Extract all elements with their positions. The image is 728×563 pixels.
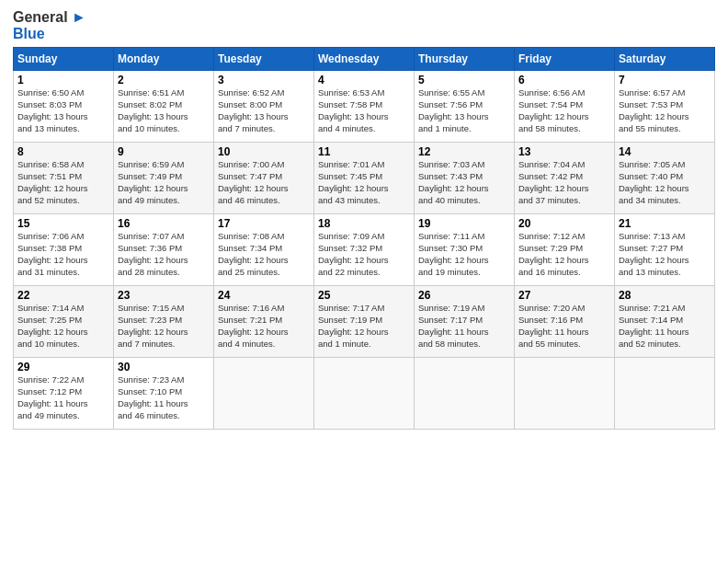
day-number: 14 (619, 145, 711, 158)
day-cell: 22Sunrise: 7:14 AM Sunset: 7:25 PM Dayli… (14, 286, 114, 358)
logo-text: General ► Blue (13, 9, 86, 41)
day-info: Sunrise: 6:58 AM Sunset: 7:51 PM Dayligh… (17, 159, 109, 206)
day-info: Sunrise: 7:05 AM Sunset: 7:40 PM Dayligh… (619, 159, 711, 206)
day-number: 2 (118, 74, 210, 86)
day-number: 26 (418, 289, 510, 302)
day-cell: 5Sunrise: 6:55 AM Sunset: 7:56 PM Daylig… (415, 71, 515, 143)
day-info: Sunrise: 7:01 AM Sunset: 7:45 PM Dayligh… (318, 159, 410, 206)
day-info: Sunrise: 7:12 AM Sunset: 7:29 PM Dayligh… (518, 231, 610, 278)
day-info: Sunrise: 7:21 AM Sunset: 7:14 PM Dayligh… (619, 303, 711, 350)
day-cell: 13Sunrise: 7:04 AM Sunset: 7:42 PM Dayli… (515, 143, 615, 214)
day-cell: 23Sunrise: 7:15 AM Sunset: 7:23 PM Dayli… (114, 286, 214, 358)
day-cell: 6Sunrise: 6:56 AM Sunset: 7:54 PM Daylig… (515, 71, 615, 143)
logo: General ► Blue (13, 9, 86, 41)
day-number: 13 (518, 145, 610, 158)
day-header-sunday: Sunday (14, 48, 114, 71)
day-number: 20 (518, 217, 610, 230)
day-cell: 18Sunrise: 7:09 AM Sunset: 7:32 PM Dayli… (314, 214, 415, 286)
day-info: Sunrise: 7:15 AM Sunset: 7:23 PM Dayligh… (118, 303, 210, 350)
day-header-wednesday: Wednesday (314, 48, 415, 71)
day-cell: 9Sunrise: 6:59 AM Sunset: 7:49 PM Daylig… (114, 143, 214, 214)
day-cell: 20Sunrise: 7:12 AM Sunset: 7:29 PM Dayli… (515, 214, 615, 286)
day-cell (515, 358, 615, 430)
day-header-monday: Monday (114, 48, 214, 71)
day-number: 16 (118, 217, 210, 230)
day-cell: 19Sunrise: 7:11 AM Sunset: 7:30 PM Dayli… (415, 214, 515, 286)
day-cell: 16Sunrise: 7:07 AM Sunset: 7:36 PM Dayli… (114, 214, 214, 286)
day-info: Sunrise: 7:22 AM Sunset: 7:12 PM Dayligh… (17, 374, 109, 421)
day-number: 18 (318, 217, 410, 230)
day-number: 12 (418, 145, 510, 158)
day-info: Sunrise: 6:51 AM Sunset: 8:02 PM Dayligh… (118, 87, 210, 134)
day-info: Sunrise: 7:04 AM Sunset: 7:42 PM Dayligh… (518, 159, 610, 206)
day-info: Sunrise: 7:13 AM Sunset: 7:27 PM Dayligh… (619, 231, 711, 278)
day-number: 27 (518, 289, 610, 302)
calendar-container: General ► Blue SundayMondayTuesdayWednes… (0, 0, 728, 439)
day-number: 7 (619, 74, 711, 86)
day-number: 15 (17, 217, 109, 230)
day-number: 5 (418, 74, 510, 86)
day-header-friday: Friday (515, 48, 615, 71)
day-number: 4 (318, 74, 410, 86)
day-number: 23 (118, 289, 210, 302)
day-cell: 3Sunrise: 6:52 AM Sunset: 8:00 PM Daylig… (214, 71, 314, 143)
day-cell: 27Sunrise: 7:20 AM Sunset: 7:16 PM Dayli… (515, 286, 615, 358)
day-cell: 26Sunrise: 7:19 AM Sunset: 7:17 PM Dayli… (415, 286, 515, 358)
day-info: Sunrise: 6:55 AM Sunset: 7:56 PM Dayligh… (418, 87, 510, 134)
day-number: 8 (17, 145, 109, 158)
day-cell (214, 358, 314, 430)
day-cell: 28Sunrise: 7:21 AM Sunset: 7:14 PM Dayli… (615, 286, 715, 358)
day-info: Sunrise: 7:09 AM Sunset: 7:32 PM Dayligh… (318, 231, 410, 278)
day-info: Sunrise: 7:00 AM Sunset: 7:47 PM Dayligh… (218, 159, 310, 206)
calendar-header: SundayMondayTuesdayWednesdayThursdayFrid… (14, 48, 715, 71)
day-info: Sunrise: 7:07 AM Sunset: 7:36 PM Dayligh… (118, 231, 210, 278)
calendar-body: 1Sunrise: 6:50 AM Sunset: 8:03 PM Daylig… (14, 71, 715, 430)
day-info: Sunrise: 7:08 AM Sunset: 7:34 PM Dayligh… (218, 231, 310, 278)
day-number: 17 (218, 217, 310, 230)
day-cell: 7Sunrise: 6:57 AM Sunset: 7:53 PM Daylig… (615, 71, 715, 143)
calendar-table: SundayMondayTuesdayWednesdayThursdayFrid… (13, 47, 715, 430)
day-number: 30 (118, 361, 210, 373)
day-info: Sunrise: 7:17 AM Sunset: 7:19 PM Dayligh… (318, 303, 410, 350)
day-info: Sunrise: 6:56 AM Sunset: 7:54 PM Dayligh… (518, 87, 610, 134)
day-number: 3 (218, 74, 310, 86)
day-info: Sunrise: 7:11 AM Sunset: 7:30 PM Dayligh… (418, 231, 510, 278)
day-number: 28 (619, 289, 711, 302)
day-info: Sunrise: 7:23 AM Sunset: 7:10 PM Dayligh… (118, 374, 210, 421)
day-number: 1 (17, 74, 109, 86)
week-row-2: 15Sunrise: 7:06 AM Sunset: 7:38 PM Dayli… (14, 214, 715, 286)
day-info: Sunrise: 6:52 AM Sunset: 8:00 PM Dayligh… (218, 87, 310, 134)
day-cell: 30Sunrise: 7:23 AM Sunset: 7:10 PM Dayli… (114, 358, 214, 430)
day-number: 11 (318, 145, 410, 158)
day-number: 22 (17, 289, 109, 302)
day-cell (415, 358, 515, 430)
day-header-tuesday: Tuesday (214, 48, 314, 71)
day-cell: 11Sunrise: 7:01 AM Sunset: 7:45 PM Dayli… (314, 143, 415, 214)
day-cell: 12Sunrise: 7:03 AM Sunset: 7:43 PM Dayli… (415, 143, 515, 214)
days-header-row: SundayMondayTuesdayWednesdayThursdayFrid… (14, 48, 715, 71)
day-number: 24 (218, 289, 310, 302)
day-info: Sunrise: 6:50 AM Sunset: 8:03 PM Dayligh… (17, 87, 109, 134)
week-row-4: 29Sunrise: 7:22 AM Sunset: 7:12 PM Dayli… (14, 358, 715, 430)
day-header-saturday: Saturday (615, 48, 715, 71)
day-info: Sunrise: 7:14 AM Sunset: 7:25 PM Dayligh… (17, 303, 109, 350)
day-number: 9 (118, 145, 210, 158)
week-row-3: 22Sunrise: 7:14 AM Sunset: 7:25 PM Dayli… (14, 286, 715, 358)
day-info: Sunrise: 7:19 AM Sunset: 7:17 PM Dayligh… (418, 303, 510, 350)
day-cell: 29Sunrise: 7:22 AM Sunset: 7:12 PM Dayli… (14, 358, 114, 430)
day-cell: 15Sunrise: 7:06 AM Sunset: 7:38 PM Dayli… (14, 214, 114, 286)
day-cell: 1Sunrise: 6:50 AM Sunset: 8:03 PM Daylig… (14, 71, 114, 143)
day-header-thursday: Thursday (415, 48, 515, 71)
week-row-1: 8Sunrise: 6:58 AM Sunset: 7:51 PM Daylig… (14, 143, 715, 214)
day-cell: 24Sunrise: 7:16 AM Sunset: 7:21 PM Dayli… (214, 286, 314, 358)
day-cell: 10Sunrise: 7:00 AM Sunset: 7:47 PM Dayli… (214, 143, 314, 214)
day-cell: 17Sunrise: 7:08 AM Sunset: 7:34 PM Dayli… (214, 214, 314, 286)
day-number: 25 (318, 289, 410, 302)
day-info: Sunrise: 6:59 AM Sunset: 7:49 PM Dayligh… (118, 159, 210, 206)
week-row-0: 1Sunrise: 6:50 AM Sunset: 8:03 PM Daylig… (14, 71, 715, 143)
day-cell: 14Sunrise: 7:05 AM Sunset: 7:40 PM Dayli… (615, 143, 715, 214)
day-info: Sunrise: 7:06 AM Sunset: 7:38 PM Dayligh… (17, 231, 109, 278)
day-info: Sunrise: 7:03 AM Sunset: 7:43 PM Dayligh… (418, 159, 510, 206)
day-cell (314, 358, 415, 430)
day-number: 10 (218, 145, 310, 158)
